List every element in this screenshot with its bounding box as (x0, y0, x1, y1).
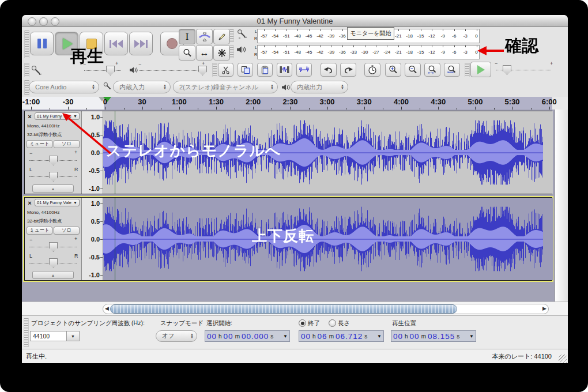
draw-tool-button[interactable] (213, 29, 230, 44)
recording-device-select[interactable]: 内蔵入力 ▲▼ (113, 81, 171, 93)
envelope-tool-button[interactable] (196, 29, 213, 44)
mixer-microphone-icon (30, 65, 43, 76)
track-1-pan-thumb[interactable] (49, 172, 58, 182)
track-1-mute-button[interactable]: ミュート (27, 140, 52, 148)
track-1[interactable]: × 01 My Funny Vale▼ Mono, 44100Hz 32-bit… (24, 111, 552, 194)
snap-mode-value: オフ (162, 332, 175, 340)
scissors-icon (221, 66, 230, 74)
timer-record-button[interactable] (364, 63, 380, 77)
zoom-out-button[interactable] (405, 63, 421, 77)
input-volume-slider[interactable] (84, 70, 121, 71)
speed-slider-thumb[interactable] (503, 65, 511, 75)
dropdown-icon: ▼ (73, 114, 77, 118)
track-2-control-panel: × 01 My Funny Vale▼ Mono, 44100Hz 32-bit… (25, 198, 82, 280)
ibeam-icon: I (186, 31, 189, 43)
fit-selection-button[interactable] (424, 63, 440, 77)
horizontal-scrollbar[interactable]: ◀ ▶ (103, 304, 549, 314)
undo-button[interactable] (321, 63, 337, 77)
record-icon (167, 38, 178, 49)
track-2-collapse-button[interactable]: ▲ (32, 271, 74, 279)
track-1-vertical-ruler[interactable]: 1.00.50.0-0.5-1.0 (82, 111, 103, 194)
track-1-close-button[interactable]: × (26, 112, 33, 120)
cut-button[interactable] (218, 63, 233, 77)
vertical-scrollbar[interactable] (555, 110, 568, 315)
copy-button[interactable] (238, 63, 253, 77)
track-2-close-button[interactable]: × (26, 199, 33, 206)
output-volume-slider[interactable] (140, 70, 205, 71)
window-title: 01 My Funny Valentine (22, 17, 568, 25)
trim-audio-button[interactable] (277, 63, 292, 77)
track-1-gain-thumb[interactable] (49, 156, 58, 165)
track-2-mute-button[interactable]: ミュート (27, 227, 52, 235)
meter-toolbar-grabber-2[interactable] (229, 46, 234, 58)
track-2-pan-thumb[interactable] (49, 258, 58, 268)
horizontal-scrollbar-thumb[interactable] (110, 304, 457, 314)
selection-end-time[interactable]: 00h 06m 06.712s ▼ (299, 330, 384, 342)
track-area[interactable]: × 01 My Funny Vale▼ Mono, 44100Hz 32-bit… (22, 110, 555, 315)
pause-button[interactable] (30, 32, 54, 55)
input-meter-icon-block[interactable]: L R (236, 29, 257, 43)
track-1-collapse-button[interactable]: ▲ (32, 184, 74, 193)
paste-icon (261, 66, 269, 74)
play-at-speed-button[interactable] (470, 62, 491, 77)
resize-grip[interactable] (559, 355, 567, 363)
snap-mode-select[interactable]: オフ ▲▼ (156, 330, 197, 342)
playback-device-select[interactable]: 内蔵出力 ▲▼ (291, 81, 348, 93)
recording-channels-select[interactable]: 2(ステレオ)録音チャンネル ▲▼ (173, 81, 278, 93)
multi-tool-button[interactable] (213, 45, 230, 61)
track-1-menu[interactable]: 01 My Funny Vale▼ (35, 112, 80, 120)
selection-start-time[interactable]: 00h 00m 00.000s ▼ (205, 330, 290, 342)
scroll-left-arrow[interactable]: ◀ (105, 306, 109, 311)
selection-tool-button[interactable]: I (179, 29, 195, 44)
project-rate-dropdown-button[interactable]: ▼ (67, 331, 80, 341)
titlebar[interactable]: 01 My Funny Valentine (22, 15, 568, 27)
input-volume-max: + (115, 61, 118, 66)
speaker-icon (236, 45, 248, 54)
skip-to-start-button[interactable] (104, 32, 128, 55)
input-volume-thumb[interactable] (106, 66, 115, 76)
silence-audio-button[interactable] (296, 63, 312, 77)
audio-host-select[interactable]: Core Audio ▲▼ (29, 81, 99, 93)
microphone-icon (236, 29, 248, 39)
gain-max: + (74, 236, 77, 242)
copy-icon (241, 66, 250, 74)
screenshot: 01 My Funny Valentine I ↔ (0, 0, 588, 392)
track-1-control-panel: × 01 My Funny Vale▼ Mono, 44100Hz 32-bit… (25, 111, 82, 194)
track-1-format: Mono, 44100Hz (27, 123, 59, 129)
timeshift-tool-button[interactable]: ↔ (196, 45, 213, 61)
transport-toolbar-grabber[interactable] (24, 31, 29, 58)
track-2-vertical-ruler[interactable]: 1.00.50.0-0.5-1.0 (82, 198, 103, 280)
track-2-waveform[interactable] (103, 198, 553, 280)
end-radio[interactable] (299, 319, 306, 327)
play-position-time[interactable]: 00h 00m 08.155s ▼ (391, 330, 476, 342)
timeline-ruler[interactable]: -1:00-300301:001:302:002:303:003:304:004… (22, 97, 568, 110)
track-1-solo-button[interactable]: ソロ (54, 140, 80, 148)
edit-toolbar-grabber[interactable] (212, 63, 217, 77)
scroll-right-arrow[interactable]: ▶ (542, 306, 546, 311)
zoom-tool-button[interactable] (179, 45, 195, 61)
pause-icon (37, 39, 47, 48)
track-2-gain-thumb[interactable] (49, 242, 58, 252)
selection-toolbar-grabber[interactable] (24, 318, 29, 347)
recording-channels-value: 2(ステレオ)録音チャンネル (179, 83, 258, 92)
skip-to-end-button[interactable] (129, 32, 153, 55)
output-meter[interactable]: L R -57-54-51-48-45-42-39-36-33-30-27-24… (233, 44, 481, 59)
mixer-toolbar-grabber[interactable] (24, 63, 29, 77)
meter-toolbar-grabber[interactable] (229, 29, 234, 42)
redo-button[interactable] (340, 63, 356, 77)
output-volume-thumb[interactable] (198, 66, 207, 76)
track-2-menu[interactable]: 01 My Funny Vale▼ (35, 199, 80, 206)
track-2-solo-button[interactable]: ソロ (54, 227, 80, 235)
paste-button[interactable] (257, 63, 273, 77)
track-2-format: Mono, 44100Hz (27, 210, 59, 215)
output-meter-scale[interactable]: -57-54-51-48-45-42-39-36-33-30-27-24-21-… (257, 45, 480, 59)
fit-project-button[interactable] (444, 63, 460, 77)
length-radio[interactable] (329, 319, 336, 327)
zoom-in-button[interactable] (385, 63, 401, 77)
output-meter-icon-block[interactable]: L R (236, 45, 257, 59)
speed-slider-max: + (550, 61, 553, 66)
redo-icon (343, 66, 353, 74)
transcription-toolbar-grabber[interactable] (465, 63, 470, 77)
dropdown-icon: ▼ (71, 334, 75, 338)
project-rate-combo[interactable]: 44100 (30, 331, 67, 341)
